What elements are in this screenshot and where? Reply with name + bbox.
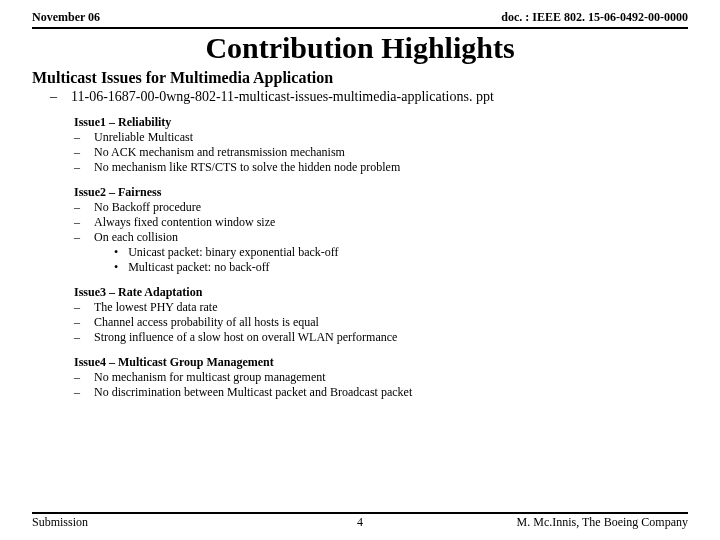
header-left: November 06 — [32, 10, 100, 25]
issue-title: Issue3 – Rate Adaptation — [74, 285, 688, 300]
issue-sub: No mechanism for multicast group managem… — [74, 370, 688, 385]
issue-sub: On each collision — [74, 230, 688, 245]
issue-sub: No mechanism like RTS/CTS to solve the h… — [74, 160, 688, 175]
issue-sub: Unreliable Multicast — [74, 130, 688, 145]
issue-subs: No mechanism for multicast group managem… — [74, 370, 688, 400]
header: November 06 doc. : IEEE 802. 15-06-0492-… — [32, 10, 688, 29]
issue-bullet: Unicast packet: binary exponential back-… — [114, 245, 688, 260]
issue-title: Issue4 – Multicast Group Management — [74, 355, 688, 370]
issue-subs: No Backoff procedure Always fixed conten… — [74, 200, 688, 245]
issue-bullets: Unicast packet: binary exponential back-… — [114, 245, 688, 275]
issue-sub: Strong influence of a slow host on overa… — [74, 330, 688, 345]
issue-bullet: Multicast packet: no back-off — [114, 260, 688, 275]
issue-title: Issue2 – Fairness — [74, 185, 688, 200]
issue-subs: The lowest PHY data rate Channel access … — [74, 300, 688, 345]
slide: November 06 doc. : IEEE 802. 15-06-0492-… — [0, 0, 720, 540]
issue-4: Issue4 – Multicast Group Management No m… — [74, 355, 688, 400]
issue-2: Issue2 – Fairness No Backoff procedure A… — [74, 185, 688, 275]
issue-3: Issue3 – Rate Adaptation The lowest PHY … — [74, 285, 688, 345]
issue-sub: Channel access probability of all hosts … — [74, 315, 688, 330]
subtitle: Multicast Issues for Multimedia Applicat… — [32, 69, 688, 87]
issue-subs: Unreliable Multicast No ACK mechanism an… — [74, 130, 688, 175]
issue-sub: No ACK mechanism and retransmission mech… — [74, 145, 688, 160]
page-number: 4 — [32, 515, 688, 530]
issue-sub: Always fixed contention window size — [74, 215, 688, 230]
issue-1: Issue1 – Reliability Unreliable Multicas… — [74, 115, 688, 175]
page-title: Contribution Highlights — [32, 31, 688, 65]
footer: Submission 4 M. Mc.Innis, The Boeing Com… — [32, 512, 688, 530]
issue-sub: No Backoff procedure — [74, 200, 688, 215]
header-right: doc. : IEEE 802. 15-06-0492-00-0000 — [501, 10, 688, 25]
issue-sub: The lowest PHY data rate — [74, 300, 688, 315]
doc-ref: 11-06-1687-00-0wng-802-11-multicast-issu… — [74, 89, 688, 105]
issue-sub: No discrimination between Multicast pack… — [74, 385, 688, 400]
issue-title: Issue1 – Reliability — [74, 115, 688, 130]
